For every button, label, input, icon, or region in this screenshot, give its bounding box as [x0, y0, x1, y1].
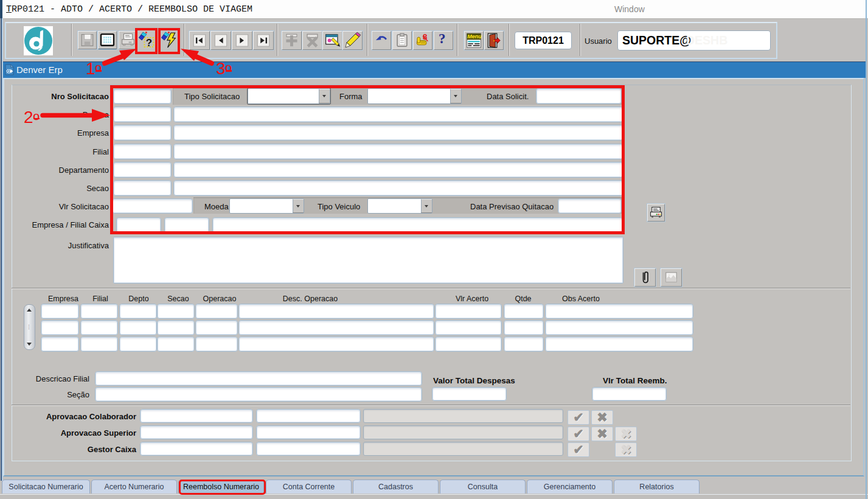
svg-text:Menu: Menu [467, 33, 482, 40]
